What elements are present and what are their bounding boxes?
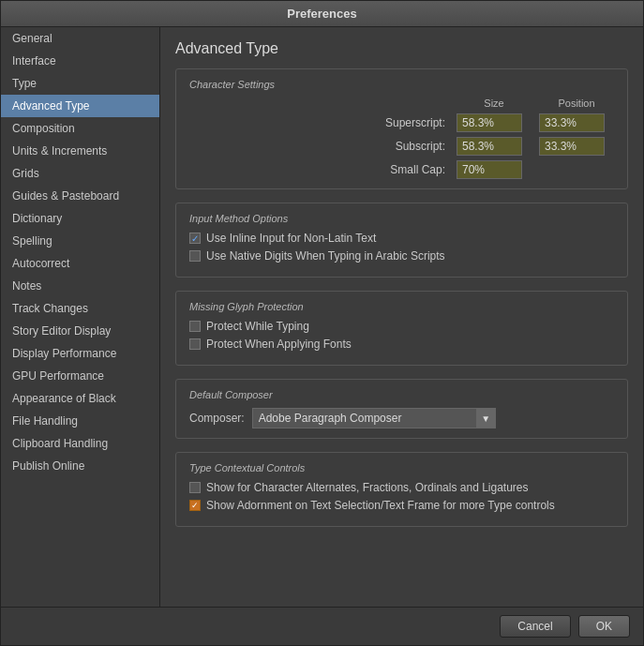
- superscript-label: Superscript:: [189, 116, 449, 129]
- input-method-title: Input Method Options: [189, 213, 614, 224]
- superscript-position-input[interactable]: [539, 113, 605, 132]
- inline-input-label: Use Inline Input for Non-Latin Text: [206, 232, 376, 245]
- cancel-button[interactable]: Cancel: [500, 615, 570, 638]
- ok-button[interactable]: OK: [578, 615, 630, 638]
- sidebar-item-general[interactable]: General: [1, 27, 159, 50]
- sidebar-item-interface[interactable]: Interface: [1, 50, 159, 72]
- sidebar-item-guides-pasteboard[interactable]: Guides & Pasteboard: [1, 185, 159, 207]
- preferences-dialog: Preferences GeneralInterfaceTypeAdvanced…: [0, 0, 644, 646]
- superscript-size-input[interactable]: [457, 113, 522, 132]
- native-digits-check[interactable]: [189, 250, 201, 262]
- composer-label: Composer:: [189, 412, 245, 425]
- sidebar-item-notes[interactable]: Notes: [1, 275, 159, 297]
- native-digits-label: Use Native Digits When Typing in Arabic …: [206, 249, 445, 263]
- sidebar: GeneralInterfaceTypeAdvanced TypeComposi…: [1, 27, 160, 607]
- character-settings-title: Character Settings: [189, 79, 614, 90]
- col-size-header: Size: [457, 98, 532, 109]
- subscript-position-input[interactable]: [539, 137, 605, 156]
- sidebar-scroll[interactable]: GeneralInterfaceTypeAdvanced TypeComposi…: [1, 27, 159, 607]
- composer-select[interactable]: Adobe Paragraph Composer Adobe Single-li…: [252, 408, 477, 428]
- sidebar-item-type[interactable]: Type: [1, 72, 159, 95]
- composer-select-wrap: Adobe Paragraph Composer Adobe Single-li…: [252, 408, 496, 428]
- dialog-title: Preferences: [287, 7, 356, 21]
- protect-fonts-row: Protect When Applying Fonts: [189, 338, 614, 351]
- sidebar-item-track-changes[interactable]: Track Changes: [1, 297, 159, 320]
- subscript-label: Subscript:: [189, 140, 449, 153]
- title-bar: Preferences: [1, 1, 643, 27]
- sidebar-item-dictionary[interactable]: Dictionary: [1, 207, 159, 230]
- footer: Cancel OK: [1, 607, 643, 645]
- inline-input-check[interactable]: ✓: [189, 233, 201, 244]
- protect-fonts-label: Protect When Applying Fonts: [206, 338, 352, 351]
- show-alternates-label: Show for Character Alternates, Fractions…: [206, 481, 529, 494]
- protect-typing-check[interactable]: [189, 321, 201, 332]
- subscript-size-input[interactable]: [457, 137, 522, 156]
- default-composer-title: Default Composer: [189, 389, 614, 400]
- page-title: Advanced Type: [175, 40, 628, 57]
- char-settings-grid: Size Position Superscript: Subscript: Sm…: [189, 98, 614, 179]
- character-settings-section: Character Settings Size Position Supersc…: [175, 68, 628, 189]
- show-adornment-label: Show Adornment on Text Selection/Text Fr…: [206, 499, 555, 512]
- small-cap-label: Small Cap:: [189, 163, 449, 176]
- type-contextual-section: Type Contextual Controls Show for Charac…: [175, 452, 628, 527]
- default-composer-section: Default Composer Composer: Adobe Paragra…: [175, 379, 628, 439]
- show-alternates-check[interactable]: [189, 482, 201, 493]
- sidebar-item-story-editor-display[interactable]: Story Editor Display: [1, 320, 159, 342]
- protect-typing-row: Protect While Typing: [189, 320, 614, 333]
- protect-fonts-check[interactable]: [189, 338, 201, 350]
- sidebar-item-gpu-performance[interactable]: GPU Performance: [1, 365, 159, 387]
- sidebar-item-advanced-type[interactable]: Advanced Type: [1, 95, 159, 117]
- type-contextual-title: Type Contextual Controls: [189, 462, 614, 473]
- small-cap-size-input[interactable]: [457, 160, 522, 179]
- sidebar-item-clipboard-handling[interactable]: Clipboard Handling: [1, 432, 159, 455]
- composer-row: Composer: Adobe Paragraph Composer Adobe…: [189, 408, 614, 428]
- protect-typing-label: Protect While Typing: [206, 320, 309, 333]
- col-position-header: Position: [539, 98, 614, 109]
- sidebar-item-display-performance[interactable]: Display Performance: [1, 342, 159, 365]
- sidebar-item-autocorrect[interactable]: Autocorrect: [1, 252, 159, 275]
- input-method-section: Input Method Options ✓ Use Inline Input …: [175, 203, 628, 278]
- main-content: Advanced Type Character Settings Size Po…: [160, 27, 643, 607]
- select-arrow-icon[interactable]: ▼: [477, 408, 496, 428]
- sidebar-item-appearance-of-black[interactable]: Appearance of Black: [1, 387, 159, 410]
- sidebar-item-spelling[interactable]: Spelling: [1, 230, 159, 252]
- show-alternates-row: Show for Character Alternates, Fractions…: [189, 481, 614, 494]
- missing-glyph-title: Missing Glyph Protection: [189, 301, 614, 312]
- inline-input-row: ✓ Use Inline Input for Non-Latin Text: [189, 232, 614, 245]
- native-digits-row: Use Native Digits When Typing in Arabic …: [189, 249, 614, 263]
- sidebar-item-file-handling[interactable]: File Handling: [1, 410, 159, 432]
- missing-glyph-section: Missing Glyph Protection Protect While T…: [175, 291, 628, 366]
- show-adornment-check[interactable]: ✓: [189, 500, 201, 511]
- sidebar-item-composition[interactable]: Composition: [1, 117, 159, 140]
- show-adornment-row: ✓ Show Adornment on Text Selection/Text …: [189, 499, 614, 512]
- sidebar-item-publish-online[interactable]: Publish Online: [1, 455, 159, 477]
- sidebar-item-grids[interactable]: Grids: [1, 162, 159, 185]
- sidebar-item-units-increments[interactable]: Units & Increments: [1, 140, 159, 162]
